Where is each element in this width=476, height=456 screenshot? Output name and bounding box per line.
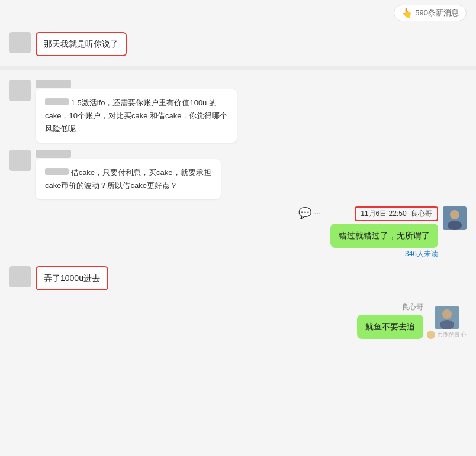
message-row: 弄了1000u进去 bbox=[9, 266, 467, 290]
chat-bubble-right: 错过就错过了，无所谓了 bbox=[330, 224, 438, 248]
message-row: 借cake，只要付利息，买cake，就要承担 cake币价的波动？所以借cake… bbox=[9, 150, 467, 199]
inline-name-blurred bbox=[45, 98, 69, 105]
svg-point-1 bbox=[450, 210, 459, 219]
chat-bubble-card: 借cake，只要付利息，买cake，就要承担 cake币价的波动？所以借cake… bbox=[36, 159, 221, 199]
message-text: 鱿鱼不要去追 bbox=[365, 322, 415, 331]
hand-icon: 👆 bbox=[401, 8, 413, 18]
message-row-right: 良心哥 鱿鱼不要去追 币圈的良心 bbox=[9, 302, 467, 339]
sender-name: 良心哥 bbox=[402, 302, 423, 312]
top-notification-bar: 👆 590条新消息 bbox=[0, 0, 476, 26]
chat-reaction-icon[interactable]: 💬 bbox=[298, 206, 311, 219]
notification-count: 590条新消息 bbox=[415, 8, 459, 18]
watermark-badge: 币圈的良心 bbox=[427, 331, 467, 339]
avatar bbox=[9, 32, 31, 53]
svg-point-5 bbox=[440, 320, 454, 329]
message-text: 错过就错过了，无所谓了 bbox=[339, 231, 430, 240]
message-row: 1.5激活ifo，还需要你账户里有价值100u 的 cake，10个账户，对比买… bbox=[9, 80, 467, 143]
message-text: 1.5激活ifo，还需要你账户里有价值100u 的 cake，10个账户，对比买… bbox=[45, 98, 227, 133]
section-divider bbox=[0, 66, 476, 70]
svg-point-6 bbox=[427, 331, 435, 339]
watermark-text: 币圈的良心 bbox=[437, 331, 467, 339]
chat-container: 那天我就是听你说了 1.5激活ifo，还需要你账户里有价值100u 的 cake… bbox=[0, 26, 476, 345]
chat-bubble-outlined: 弄了1000u进去 bbox=[36, 266, 108, 290]
chat-bubble-right: 鱿鱼不要去追 bbox=[357, 315, 423, 339]
avatar bbox=[9, 150, 31, 171]
message-row-right: 💬 ··· 11月6日 22:50 良心哥 错过就错过了，无所谓了 346人未读 bbox=[9, 206, 467, 259]
message-row: 那天我就是听你说了 bbox=[9, 32, 467, 56]
avatar bbox=[9, 266, 31, 287]
reaction-row: 💬 ··· bbox=[298, 206, 321, 219]
sender-name-blurred bbox=[36, 150, 71, 158]
message-text: 那天我就是听你说了 bbox=[44, 39, 118, 48]
svg-point-4 bbox=[442, 309, 452, 319]
chat-bubble-outlined: 那天我就是听你说了 bbox=[36, 32, 127, 56]
message-meta: 11月6日 22:50 良心哥 bbox=[355, 206, 438, 221]
chat-bubble-card: 1.5激活ifo，还需要你账户里有价值100u 的 cake，10个账户，对比买… bbox=[36, 89, 237, 143]
more-options-button[interactable]: ··· bbox=[314, 208, 321, 218]
unread-count: 346人未读 bbox=[405, 249, 438, 259]
right-message-inner: 11月6日 22:50 良心哥 错过就错过了，无所谓了 346人未读 bbox=[330, 206, 438, 259]
sender-name-blurred bbox=[36, 80, 71, 88]
avatar-right bbox=[435, 306, 459, 329]
message-text: 弄了1000u进去 bbox=[44, 273, 100, 283]
svg-point-2 bbox=[448, 221, 462, 230]
right-message-bottom: 良心哥 鱿鱼不要去追 bbox=[357, 302, 423, 339]
message-text: 借cake，只要付利息，买cake，就要承担 cake币价的波动？所以借cake… bbox=[45, 168, 211, 190]
notification-button[interactable]: 👆 590条新消息 bbox=[394, 5, 467, 21]
timestamp-badge: 11月6日 22:50 良心哥 bbox=[355, 206, 438, 221]
avatar bbox=[9, 80, 31, 101]
inline-name-blurred bbox=[45, 168, 69, 175]
avatar-right bbox=[443, 206, 467, 230]
